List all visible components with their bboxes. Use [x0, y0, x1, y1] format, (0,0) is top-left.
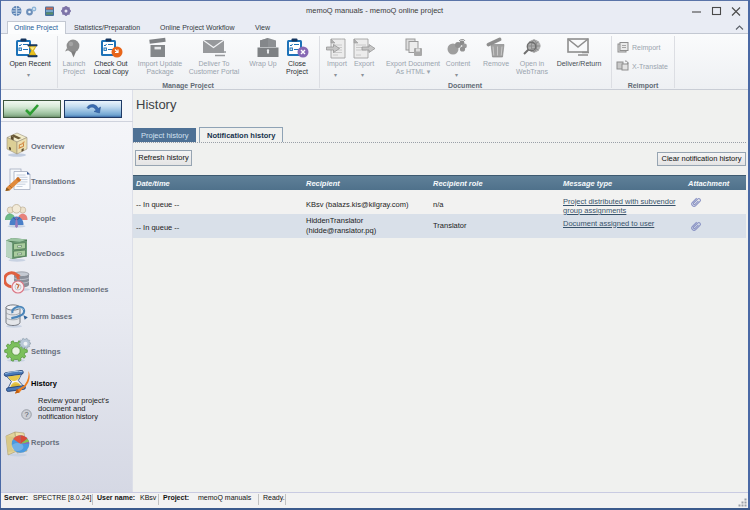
svg-text:?: ? — [24, 410, 28, 419]
